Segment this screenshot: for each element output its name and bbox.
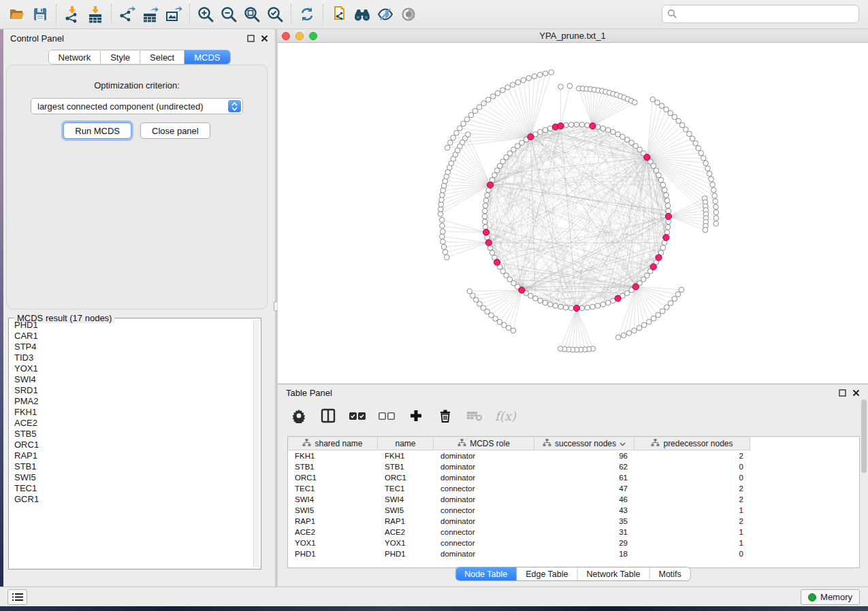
graph-leaf-node[interactable] [707,171,712,177]
graph-leaf-node[interactable] [690,136,695,142]
graph-node[interactable] [579,306,585,311]
graph-leaf-node[interactable] [526,76,532,81]
graph-node[interactable] [564,305,569,310]
graph-leaf-node[interactable] [440,188,446,193]
global-search-field[interactable] [662,5,859,23]
graph-node[interactable] [548,302,553,308]
criterion-select[interactable]: largest connected component (undirected) [31,98,243,114]
export-network-icon[interactable] [116,3,139,26]
delete-table-icon[interactable] [466,407,483,425]
graph-leaf-node[interactable] [457,126,463,131]
graph-node[interactable] [666,219,671,225]
function-builder-icon[interactable]: f(x) [495,407,516,425]
graph-leaf-node[interactable] [656,312,661,318]
zoom-out-icon[interactable] [217,3,240,26]
close-window-icon[interactable] [282,32,290,40]
mcds-result-item[interactable]: SWI5 [10,472,253,483]
graph-leaf-node[interactable] [558,84,564,90]
mcds-result-item[interactable]: PHD1 [10,320,253,331]
graph-leaf-node[interactable] [440,193,445,198]
graph-node[interactable] [656,173,662,178]
search-binoculars-icon[interactable] [351,3,374,26]
graph-mcds-node[interactable] [485,240,492,246]
graph-node[interactable] [482,219,487,225]
network-from-document-icon[interactable] [327,3,351,26]
run-mcds-button[interactable]: Run MCDS [63,122,131,139]
graph-leaf-node[interactable] [543,71,549,76]
graph-leaf-node[interactable] [467,288,472,294]
graph-leaf-node[interactable] [712,193,718,199]
mcds-result-item[interactable]: TID3 [10,352,253,363]
graph-leaf-node[interactable] [454,131,460,136]
graph-leaf-node[interactable] [698,150,704,156]
graph-node[interactable] [665,225,671,230]
graph-node[interactable] [664,198,670,203]
table-row[interactable]: SWI4SWI4dominator462 [288,494,859,505]
graph-node[interactable] [579,122,585,127]
graph-mcds-node[interactable] [665,213,671,219]
table-row[interactable]: ACE2ACE2connector311 [288,527,859,538]
graph-leaf-node[interactable] [515,80,521,85]
graph-mcds-node[interactable] [632,284,639,290]
graph-mcds-node[interactable] [650,264,656,270]
graph-leaf-node[interactable] [477,105,482,110]
graph-leaf-node[interactable] [448,140,453,146]
graph-node[interactable] [595,303,600,309]
graph-leaf-node[interactable] [466,132,471,137]
import-network-icon[interactable] [61,3,84,26]
export-image-icon[interactable] [162,3,185,26]
graph-mcds-node[interactable] [656,254,662,261]
save-session-icon[interactable] [29,3,52,26]
graph-leaf-node[interactable] [626,331,632,336]
graph-leaf-node[interactable] [485,97,491,103]
table-row[interactable]: STB1STB1dominator620 [288,461,859,472]
graph-leaf-node[interactable] [713,216,719,221]
mcds-result-item[interactable]: STB5 [10,429,253,440]
graph-node[interactable] [600,126,606,131]
graph-mcds-node[interactable] [487,182,494,188]
close-panel-button[interactable]: Close panel [140,122,210,139]
graph-leaf-node[interactable] [532,73,537,79]
table-row[interactable]: PHD1PHD1dominator180 [288,548,859,559]
table-row[interactable]: FKH1FKH1dominator962 [288,450,859,461]
graph-leaf-node[interactable] [615,335,621,340]
graph-node[interactable] [538,298,543,303]
graph-node[interactable] [483,225,488,230]
graph-node[interactable] [665,203,671,209]
table-row[interactable]: TEC1TEC1connector472 [288,483,859,494]
graph-node[interactable] [615,132,621,137]
graph-leaf-node[interactable] [668,110,673,116]
graph-leaf-node[interactable] [713,199,718,204]
tab-network-table[interactable]: Network Table [578,567,650,580]
graph-leaf-node[interactable] [679,122,685,128]
graph-leaf-node[interactable] [438,212,443,217]
graph-leaf-node[interactable] [632,100,638,105]
tab-select[interactable]: Select [140,50,184,64]
refresh-icon[interactable] [295,3,319,26]
mcds-result-item[interactable]: TEC1 [10,483,253,494]
graph-node[interactable] [605,300,611,306]
graph-leaf-node[interactable] [668,301,673,306]
graph-node[interactable] [482,208,487,214]
graph-leaf-node[interactable] [445,254,450,260]
graph-leaf-node[interactable] [660,309,665,314]
mcds-list-scrollbar[interactable] [253,320,259,567]
tab-mcds[interactable]: MCDS [184,50,229,64]
graph-leaf-node[interactable] [441,244,447,250]
graph-leaf-node[interactable] [710,182,716,188]
graph-leaf-node[interactable] [537,72,543,78]
tab-motifs[interactable]: Motifs [649,567,690,580]
graph-node[interactable] [492,173,498,178]
delete-column-icon[interactable] [436,407,454,425]
graph-mcds-node[interactable] [644,154,650,161]
table-scrollbar-thumb[interactable] [861,399,867,473]
settings-gear-icon[interactable] [290,407,308,425]
graph-node[interactable] [664,193,669,198]
graph-mcds-node[interactable] [663,235,669,241]
memory-button[interactable]: Memory [801,589,860,605]
graph-node[interactable] [483,198,489,203]
mcds-result-item[interactable]: SRD1 [10,385,253,396]
graph-node[interactable] [558,304,564,310]
close-table-panel-icon[interactable] [852,389,860,397]
graph-node[interactable] [543,127,548,133]
